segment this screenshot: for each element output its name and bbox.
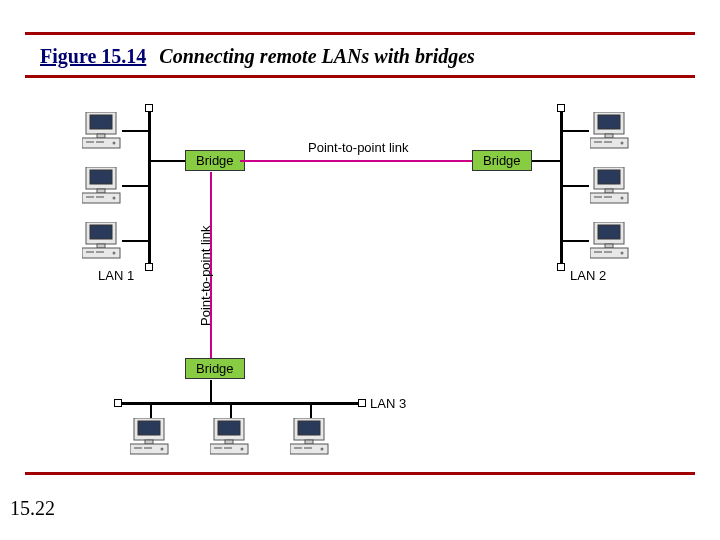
computer-icon — [590, 112, 630, 150]
drop-line — [563, 240, 589, 242]
bus-terminator — [557, 104, 565, 112]
computer-icon — [82, 222, 122, 260]
computer-icon — [210, 418, 250, 456]
computer-icon — [82, 167, 122, 205]
computer-icon — [130, 418, 170, 456]
drop-line — [210, 380, 212, 402]
figure-title: Figure 15.14 Connecting remote LANs with… — [40, 45, 475, 68]
top-rule — [25, 32, 695, 35]
bus-terminator — [114, 399, 122, 407]
drop-line — [563, 185, 589, 187]
computer-icon — [590, 167, 630, 205]
drop-line — [230, 405, 232, 419]
lan3-label: LAN 3 — [370, 396, 406, 411]
drop-line — [122, 185, 148, 187]
computer-icon — [290, 418, 330, 456]
drop-line — [563, 130, 589, 132]
drop-line — [151, 160, 187, 162]
bridge-box: Bridge — [185, 150, 245, 171]
page-number: 15.22 — [10, 497, 55, 520]
drop-line — [310, 405, 312, 419]
ptp-label-horizontal: Point-to-point link — [308, 140, 408, 155]
bus-terminator — [358, 399, 366, 407]
computer-icon — [82, 112, 122, 150]
bottom-rule — [25, 472, 695, 475]
figure-number: Figure 15.14 — [40, 45, 146, 67]
computer-icon — [590, 222, 630, 260]
figure-caption: Connecting remote LANs with bridges — [159, 45, 475, 67]
lan1-label: LAN 1 — [98, 268, 134, 283]
ptp-label-vertical: Point-to-point link — [198, 226, 213, 326]
bridge-box: Bridge — [472, 150, 532, 171]
bus-terminator — [145, 263, 153, 271]
bus-terminator — [557, 263, 565, 271]
bus-terminator — [145, 104, 153, 112]
mid-rule — [25, 75, 695, 78]
drop-line — [122, 130, 148, 132]
drop-line — [122, 240, 148, 242]
bridge-box: Bridge — [185, 358, 245, 379]
lan2-label: LAN 2 — [570, 268, 606, 283]
lan1-bus — [148, 110, 151, 265]
ptp-link-horizontal — [240, 160, 472, 162]
drop-line — [150, 405, 152, 419]
diagram: LAN 1 LAN 2 LAN 3 Bridge Bridge Bridge P… — [80, 100, 640, 440]
lan3-bus — [120, 402, 360, 405]
